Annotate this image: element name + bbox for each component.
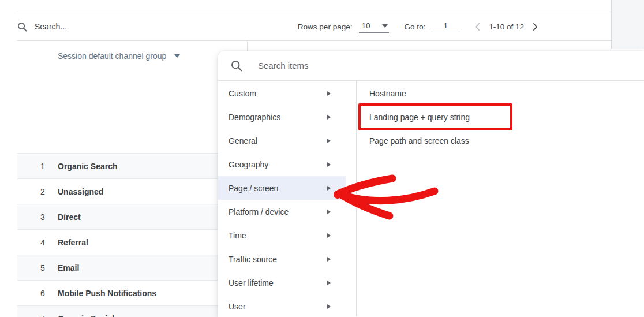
dimension-header-dropdown[interactable]: Session default channel group [58, 51, 180, 61]
channel-name: Email [58, 263, 79, 273]
dimension-item-label: Hostname [369, 89, 406, 98]
dimension-item-hostname[interactable]: Hostname [357, 81, 644, 105]
ga-table-dimension-picker: Rows per page: 10 Go to: 1-10 of 12 [0, 0, 644, 317]
pagination-range: 1-10 of 12 [489, 23, 524, 31]
dimension-header-label: Session default channel group [58, 51, 166, 61]
submenu-arrow-icon [327, 139, 331, 143]
search-icon [17, 22, 27, 32]
table-row: 6 Mobile Push Notifications [17, 280, 218, 305]
category-label: Custom [229, 89, 256, 98]
channel-table: 1 Organic Search 2 Unassigned 3 Direct 4… [17, 153, 218, 317]
rows-per-page-value: 10 [361, 21, 370, 30]
row-index: 5 [40, 263, 57, 273]
category-label: Time [229, 231, 246, 240]
dimension-item-page-path-screen-class[interactable]: Page path and screen class [357, 129, 644, 152]
next-page-button[interactable] [529, 20, 542, 33]
chevron-down-icon [382, 24, 388, 28]
category-label: Traffic source [229, 255, 277, 264]
chevron-down-icon [174, 54, 180, 58]
submenu-arrow-icon [327, 210, 331, 214]
category-demographics[interactable]: Demographics [218, 105, 346, 129]
pagination: Rows per page: 10 Go to: 1-10 of 12 [298, 13, 542, 40]
category-label: User [229, 302, 246, 311]
table-row: 1 Organic Search [17, 153, 218, 178]
dimension-picker-body: Custom Demographics General Geography Pa… [218, 81, 644, 316]
submenu-arrow-icon [327, 91, 331, 96]
channel-name: Unassigned [58, 187, 103, 196]
dimension-item-label: Page path and screen class [369, 136, 469, 146]
category-geography[interactable]: Geography [218, 152, 346, 176]
category-custom[interactable]: Custom [218, 81, 346, 105]
chevron-left-icon [474, 23, 480, 31]
table-row: 5 Email [17, 255, 218, 280]
dimension-picker-panel: Custom Demographics General Geography Pa… [218, 51, 644, 317]
rows-per-page-label: Rows per page: [298, 23, 353, 31]
dimension-item-column: Hostname Landing page + query string Pag… [357, 81, 644, 316]
row-index: 4 [40, 238, 57, 247]
category-label: Platform / device [229, 207, 289, 217]
category-user-lifetime[interactable]: User lifetime [218, 271, 346, 294]
dimension-search-input[interactable] [258, 61, 644, 70]
table-row: 2 Unassigned [17, 178, 218, 204]
category-traffic-source[interactable]: Traffic source [218, 247, 346, 271]
goto-label: Go to: [404, 23, 425, 31]
submenu-arrow-icon [327, 162, 331, 167]
table-row: 4 Referral [17, 229, 218, 255]
submenu-arrow-icon [327, 281, 331, 285]
column-divider [247, 40, 248, 51]
submenu-arrow-icon [327, 115, 331, 120]
category-label: User lifetime [229, 278, 274, 288]
table-search-input[interactable] [35, 22, 162, 31]
chevron-right-icon [533, 23, 538, 31]
category-user[interactable]: User [218, 294, 346, 317]
table-toolbar: Rows per page: 10 Go to: 1-10 of 12 [17, 13, 611, 40]
table-right-gutter [611, 0, 644, 49]
channel-name: Referral [58, 238, 88, 247]
dimension-item-label: Landing page + query string [369, 113, 470, 122]
row-index: 2 [40, 187, 57, 196]
submenu-arrow-icon [327, 186, 331, 191]
rows-per-page-select[interactable]: 10 [359, 20, 389, 33]
category-platform-device[interactable]: Platform / device [218, 200, 346, 223]
row-index: 3 [40, 212, 57, 222]
header-divider [17, 40, 611, 41]
channel-name: Organic Search [58, 162, 118, 171]
submenu-arrow-icon [327, 257, 331, 262]
category-page-screen[interactable]: Page / screen [218, 176, 346, 200]
goto-page-input[interactable] [431, 21, 460, 32]
submenu-arrow-icon [327, 233, 331, 238]
row-index: 7 [40, 314, 57, 317]
dimension-item-landing-page-query-string[interactable]: Landing page + query string [357, 105, 644, 129]
submenu-arrow-icon [327, 304, 331, 309]
search-icon [231, 60, 242, 72]
category-label: General [229, 136, 257, 146]
category-time[interactable]: Time [218, 223, 346, 247]
channel-name: Organic Social [58, 314, 114, 317]
channel-name: Mobile Push Notifications [58, 289, 156, 298]
category-column: Custom Demographics General Geography Pa… [218, 81, 357, 316]
category-label: Demographics [229, 113, 280, 122]
category-label: Geography [229, 160, 268, 169]
table-row: 7 Organic Social [17, 305, 218, 317]
table-row: 3 Direct [17, 204, 218, 229]
channel-name: Direct [58, 212, 81, 222]
row-index: 6 [40, 289, 57, 298]
category-general[interactable]: General [218, 129, 346, 152]
dimension-search[interactable] [218, 51, 644, 81]
row-index: 1 [40, 162, 57, 171]
table-search[interactable] [17, 13, 162, 40]
category-label: Page / screen [229, 184, 278, 193]
prev-page-button[interactable] [470, 20, 484, 33]
